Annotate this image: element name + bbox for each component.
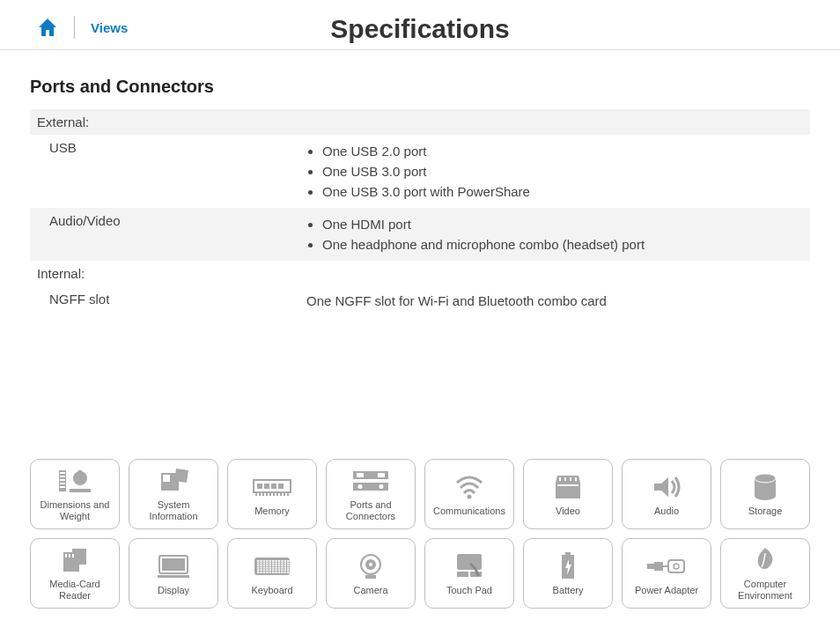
svg-rect-131 (668, 560, 684, 572)
svg-rect-68 (263, 562, 265, 564)
nav-tile-label: Display (154, 585, 193, 596)
svg-rect-61 (275, 560, 276, 562)
nav-tile-label: Computer Environment (721, 579, 809, 601)
svg-rect-22 (273, 492, 275, 496)
svg-rect-73 (278, 562, 280, 564)
svg-rect-58 (266, 560, 268, 562)
svg-rect-56 (260, 560, 262, 562)
nav-tile-video[interactable]: Video (523, 459, 613, 529)
spec-row-value: One HDMI portOne headphone and microphon… (306, 213, 807, 255)
nav-tile-label: Battery (549, 585, 587, 596)
nav-tile-comm[interactable]: Communications (424, 459, 514, 529)
svg-rect-98 (287, 566, 289, 568)
svg-rect-60 (272, 560, 274, 562)
nav-tile-label: Memory (251, 506, 293, 517)
keyboard-icon (253, 551, 291, 581)
svg-rect-18 (259, 492, 261, 496)
svg-rect-67 (260, 562, 262, 564)
svg-rect-13 (257, 484, 262, 489)
views-link[interactable]: Views (91, 20, 128, 35)
group-heading-label: External: (33, 114, 306, 129)
video-icon (552, 472, 584, 502)
svg-marker-41 (654, 477, 668, 497)
svg-rect-24 (280, 492, 282, 496)
spec-row-label: USB (33, 140, 306, 203)
svg-point-33 (468, 494, 472, 498)
svg-rect-119 (284, 572, 286, 573)
svg-rect-95 (278, 566, 280, 568)
nav-tile-storage[interactable]: Storage (720, 459, 810, 529)
svg-rect-100 (260, 569, 262, 571)
group-heading-label: Internal: (33, 266, 306, 281)
spec-row: Audio/VideoOne HDMI portOne headphone an… (30, 208, 810, 261)
svg-point-31 (358, 484, 363, 489)
nav-tile-dimensions[interactable]: Dimensions and Weight (30, 459, 120, 529)
header-divider (74, 16, 75, 39)
svg-rect-84 (278, 565, 280, 566)
nav-tile-label: Video (552, 506, 584, 517)
nav-tile-label: Dimensions and Weight (31, 499, 119, 521)
nav-tile-sysinfo[interactable]: System Information (129, 459, 218, 529)
nav-tile-camera[interactable]: Camera (326, 538, 416, 609)
svg-rect-40 (575, 477, 577, 481)
svg-rect-14 (264, 484, 269, 489)
svg-rect-3 (60, 479, 65, 481)
svg-point-32 (379, 484, 384, 489)
svg-rect-111 (260, 572, 262, 573)
svg-rect-36 (557, 484, 578, 486)
svg-rect-75 (284, 562, 286, 564)
nav-tile-audio[interactable]: Audio (622, 459, 711, 529)
svg-rect-120 (287, 572, 289, 573)
nav-tile-mediacard[interactable]: Media-Card Reader (30, 538, 120, 609)
nav-tile-keyboard[interactable]: Keyboard (227, 538, 317, 609)
svg-rect-102 (266, 569, 268, 571)
battery-icon (559, 551, 577, 581)
nav-tile-environment[interactable]: Computer Environment (720, 538, 810, 609)
spec-item: One USB 3.0 port with PowerShare (322, 182, 807, 201)
svg-rect-108 (284, 569, 286, 571)
svg-rect-66 (257, 562, 259, 564)
svg-rect-112 (263, 572, 265, 573)
svg-rect-89 (260, 566, 262, 568)
spec-table: External:USBOne USB 2.0 portOne USB 3.0 … (30, 109, 810, 315)
nav-tile-poweradapter[interactable]: Power Adapter (622, 538, 711, 609)
svg-rect-109 (287, 569, 289, 571)
svg-rect-23 (276, 492, 278, 496)
svg-rect-114 (269, 572, 271, 573)
svg-rect-65 (287, 560, 289, 562)
svg-point-123 (369, 563, 372, 566)
svg-rect-26 (287, 492, 289, 496)
svg-rect-70 (269, 562, 271, 564)
svg-rect-103 (269, 569, 271, 571)
svg-rect-20 (266, 492, 268, 496)
svg-rect-118 (281, 572, 283, 573)
camera-icon (357, 551, 385, 581)
svg-rect-96 (281, 566, 283, 568)
svg-point-44 (755, 491, 776, 500)
svg-rect-8 (70, 489, 91, 492)
svg-rect-117 (278, 572, 280, 573)
svg-rect-82 (272, 565, 274, 566)
nav-tile-ports[interactable]: Ports and Connectors (326, 459, 416, 529)
svg-rect-133 (647, 564, 654, 569)
nav-tile-touchpad[interactable]: Touch Pad (424, 538, 514, 609)
svg-rect-79 (263, 565, 265, 566)
svg-rect-4 (60, 483, 65, 484)
dimensions-icon (57, 466, 92, 496)
home-icon[interactable] (37, 18, 58, 37)
audio-icon (651, 472, 682, 502)
svg-rect-19 (262, 492, 264, 496)
nav-tile-memory[interactable]: Memory (227, 459, 317, 529)
svg-rect-21 (269, 492, 271, 496)
svg-rect-90 (263, 566, 265, 568)
svg-rect-125 (457, 554, 482, 570)
nav-tile-display[interactable]: Display (129, 538, 218, 609)
svg-rect-71 (272, 562, 274, 564)
svg-rect-25 (284, 492, 285, 496)
storage-icon (753, 472, 777, 502)
svg-rect-28 (357, 473, 364, 477)
svg-rect-10 (163, 475, 170, 482)
nav-tile-battery[interactable]: Battery (523, 538, 613, 609)
poweradapter-icon (645, 551, 688, 581)
bottom-nav: Dimensions and Weight System Information… (0, 459, 840, 617)
